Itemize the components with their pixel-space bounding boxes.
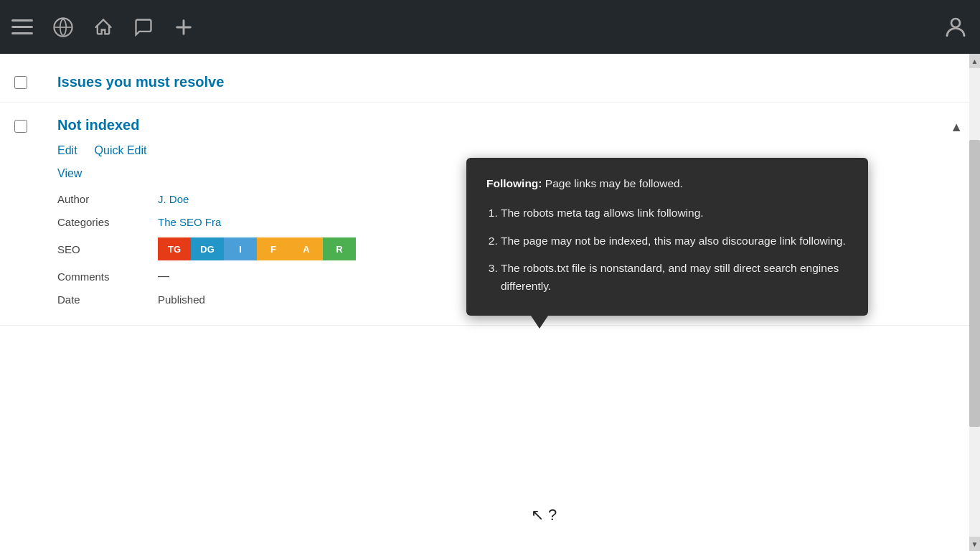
seo-badge-i[interactable]: I	[224, 237, 257, 260]
scroll-up-button[interactable]: ▲	[969, 54, 980, 68]
seo-badge-a[interactable]: A	[290, 237, 323, 260]
seo-label: SEO	[57, 243, 158, 255]
partial-row-title[interactable]: Issues you must resolve	[57, 74, 224, 90]
seo-badges: TG DG I F A R	[158, 237, 356, 260]
tooltip-item-3: The robots.txt file is nonstandard, and …	[501, 260, 848, 296]
partial-row-checkbox-area	[14, 76, 57, 89]
comments-label: Comments	[57, 270, 158, 283]
tooltip-title-bold: Following:	[486, 177, 542, 189]
post-title-area: Not indexed	[57, 117, 966, 133]
categories-value[interactable]: The SEO Fra	[158, 216, 221, 228]
categories-label: Categories	[57, 216, 158, 228]
wordpress-logo[interactable]	[53, 17, 73, 37]
partial-row-checkbox[interactable]	[14, 76, 27, 89]
svg-point-5	[951, 19, 960, 27]
tooltip-header: Following: Page links may be followed.	[486, 175, 848, 193]
view-link[interactable]: View	[57, 167, 82, 180]
quick-edit-link[interactable]: Quick Edit	[95, 144, 147, 157]
tooltip-item-2: The page may not be indexed, this may al…	[501, 232, 848, 250]
edit-link[interactable]: Edit	[57, 144, 77, 157]
post-row-top: Not indexed	[14, 117, 966, 136]
scrollbar: ▲ ▼	[969, 54, 980, 551]
seo-badge-r[interactable]: R	[323, 237, 356, 260]
hamburger-menu[interactable]	[11, 19, 33, 34]
author-value[interactable]: J. Doe	[158, 193, 189, 205]
post-checkbox-area	[14, 117, 57, 136]
tooltip: Following: Page links may be followed. T…	[466, 158, 868, 316]
seo-badge-dg[interactable]: DG	[191, 237, 224, 260]
seo-badge-tg[interactable]: TG	[158, 237, 191, 260]
author-label: Author	[57, 193, 158, 205]
date-label: Date	[57, 293, 158, 306]
tooltip-title-rest: Page links may be followed.	[545, 177, 683, 189]
post-actions: Edit Quick Edit	[57, 144, 966, 157]
new-content-icon[interactable]	[174, 17, 194, 37]
row-collapse-button[interactable]: ▲	[950, 120, 963, 135]
tooltip-list: The robots meta tag allows link followin…	[486, 204, 848, 296]
date-value: Published	[158, 293, 205, 306]
admin-bar	[0, 0, 980, 54]
post-title-link[interactable]: Not indexed	[57, 117, 139, 133]
scrollbar-thumb[interactable]	[969, 140, 980, 427]
tooltip-item-1: The robots meta tag allows link followin…	[501, 204, 848, 222]
comments-value: —	[158, 270, 169, 283]
comments-icon[interactable]	[133, 17, 154, 37]
scroll-down-button[interactable]: ▼	[969, 537, 980, 551]
post-checkbox[interactable]	[14, 120, 27, 133]
mouse-cursor: ↖ ?	[531, 506, 557, 524]
partial-row: Issues you must resolve	[0, 68, 980, 103]
main-content: Issues you must resolve ▲ Not indexed Ed…	[0, 54, 980, 551]
seo-badge-f[interactable]: F	[257, 237, 290, 260]
user-avatar[interactable]	[943, 14, 969, 40]
home-icon[interactable]	[93, 17, 113, 37]
